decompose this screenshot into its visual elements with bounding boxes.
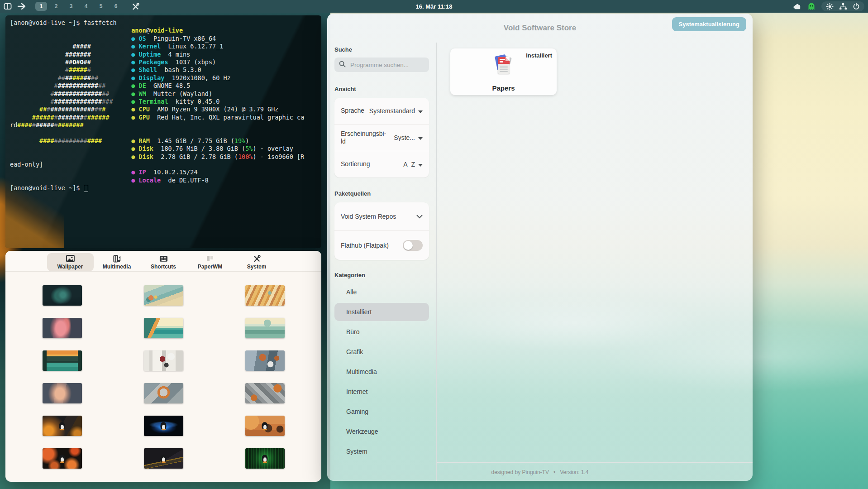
view-row-sprache[interactable]: SpracheSystemstandard xyxy=(334,98,429,125)
wallpaper-thumb-orange-diamond-square[interactable] xyxy=(144,383,183,403)
wallpaper-thumb-green-hills-tree[interactable] xyxy=(245,318,285,338)
workspace-2[interactable]: 2 xyxy=(50,2,62,11)
clock[interactable]: 16. Mär 11:18 xyxy=(416,3,453,10)
top-bar: 123456 16. Mär 11:18 xyxy=(0,0,868,13)
category-item-multimedia[interactable]: Multimedia xyxy=(334,363,429,381)
chevron-down-icon xyxy=(416,213,423,220)
footer-separator: • xyxy=(553,469,555,475)
workspace-3[interactable]: 3 xyxy=(65,2,77,11)
wallpaper-thumb-golden-petals[interactable] xyxy=(245,285,285,306)
wallpaper-thumb-cube-mosaic[interactable] xyxy=(245,383,285,403)
paperwm-icon xyxy=(206,255,214,263)
category-item-installiert[interactable]: Installiert xyxy=(334,303,429,321)
wallpaper-thumb-penguin-orange-swirl[interactable] xyxy=(43,416,82,436)
search-heading: Suche xyxy=(334,46,429,53)
workspace-6[interactable]: 6 xyxy=(110,2,122,11)
footer-credit: designed by Pinguin-TV xyxy=(491,469,549,475)
wallpaper-thumb-slate-orange-squares[interactable] xyxy=(245,350,285,371)
view-row-label: Sprache xyxy=(341,107,364,115)
search-input[interactable] xyxy=(349,61,424,69)
wallpaper-thumb-penguin-gold-wave[interactable] xyxy=(144,448,183,469)
wallpaper-thumb-penguin-lava[interactable] xyxy=(43,448,82,469)
penguin-mascot xyxy=(59,422,65,430)
tools-icon[interactable] xyxy=(132,3,139,10)
wallpaper-thumb-forest-river-sunset[interactable] xyxy=(43,350,82,371)
repo-dropdown[interactable]: Void System Repos xyxy=(334,202,429,231)
top-bar-left: 123456 xyxy=(0,2,139,11)
tab-label: PaperWM xyxy=(198,264,223,270)
category-item-grafik[interactable]: Grafik xyxy=(334,343,429,361)
workspace-4[interactable]: 4 xyxy=(80,2,92,11)
view-row-label: Sortierung xyxy=(341,160,370,168)
view-row-sortierung[interactable]: SortierungA–Z xyxy=(334,151,429,177)
app-card-papers[interactable]: InstalliertPapers xyxy=(450,48,557,95)
wallpaper-grid xyxy=(5,272,321,469)
categories-heading: Kategorien xyxy=(334,272,429,278)
view-row-value: Syste... xyxy=(394,134,415,141)
wallpaper-thumb-teal-leaf-sculpture[interactable] xyxy=(43,285,82,306)
category-item-werkzeuge[interactable]: Werkzeuge xyxy=(334,422,429,441)
view-settings-card: SpracheSystemstandardErscheinungsbi- ldS… xyxy=(334,98,429,177)
caret-down-icon xyxy=(418,137,423,140)
store-main: InstalliertPapers xyxy=(437,43,753,481)
category-list: AlleInstalliertBüroGrafikMultimediaInter… xyxy=(334,283,429,460)
power-icon xyxy=(853,3,860,10)
view-row-value: Systemstandard xyxy=(369,107,415,115)
tab-multimedia[interactable]: Multimedia xyxy=(94,253,140,271)
wallpaper-thumb-penguin-matrix[interactable] xyxy=(245,448,285,469)
workspace-5[interactable]: 5 xyxy=(95,2,107,11)
wallpaper-thumb-palm-village[interactable] xyxy=(144,285,183,306)
arrow-right-icon[interactable] xyxy=(17,3,26,10)
toggle-knob xyxy=(404,241,413,250)
wallpaper-thumb-peach-mist-abstract[interactable] xyxy=(43,383,82,403)
wallpaper-thumb-teal-coast[interactable] xyxy=(144,318,183,338)
keyboard-icon xyxy=(159,255,168,263)
quick-settings[interactable] xyxy=(821,1,864,11)
top-bar-right xyxy=(793,1,864,11)
tab-label: Multimedia xyxy=(103,264,131,270)
puzzle-icon[interactable] xyxy=(793,3,801,10)
flathub-toggle[interactable] xyxy=(403,240,423,251)
ghost-icon[interactable] xyxy=(808,2,815,10)
category-item-büro[interactable]: Büro xyxy=(334,323,429,341)
wallpaper-thumb-penguin-blue-wings[interactable] xyxy=(144,416,183,436)
image-icon xyxy=(66,255,75,263)
tab-system[interactable]: System xyxy=(234,253,280,271)
store-sidebar: Suche Ansicht SpracheSystemstandardErsch… xyxy=(327,43,437,481)
view-row-label: Erscheinungsbi- ld xyxy=(341,130,386,146)
penguin-mascot xyxy=(262,422,268,430)
view-row-erscheinungsbi[interactable]: Erscheinungsbi- ldSyste... xyxy=(334,125,429,151)
tab-wallpaper[interactable]: Wallpaper xyxy=(47,253,94,271)
search-box[interactable] xyxy=(334,58,429,72)
footer-divider xyxy=(437,462,753,463)
penguin-mascot xyxy=(262,455,268,462)
tab-paperwm[interactable]: PaperWM xyxy=(187,253,234,271)
terminal-output: [anon@void-live ~]$ fastfetch anon@void-… xyxy=(5,15,321,196)
film-icon xyxy=(113,255,121,263)
category-item-system[interactable]: System xyxy=(334,442,429,460)
penguin-mascot xyxy=(59,455,65,462)
category-item-internet[interactable]: Internet xyxy=(334,383,429,401)
wallpaper-thumb-white-collage[interactable] xyxy=(144,350,183,371)
split-view-icon[interactable] xyxy=(4,3,12,10)
terminal-window[interactable]: [anon@void-live ~]$ fastfetch anon@void-… xyxy=(5,15,321,248)
store-footer: designed by Pinguin-TV • Version: 1.4 xyxy=(327,469,753,475)
wallpaper-thumb-penguin-terracotta-arch[interactable] xyxy=(245,416,285,436)
tab-label: Wallpaper xyxy=(57,264,83,270)
settings-tabs: WallpaperMultimediaShortcutsPaperWMSyste… xyxy=(5,251,321,272)
flathub-row: Flathub (Flatpak) xyxy=(334,231,429,260)
tab-label: System xyxy=(247,264,267,270)
caret-down-icon xyxy=(418,110,423,113)
tab-shortcuts[interactable]: Shortcuts xyxy=(140,253,187,271)
workspace-1[interactable]: 1 xyxy=(35,2,47,11)
brightness-icon xyxy=(826,3,834,10)
installed-badge: Installiert xyxy=(526,52,552,59)
network-icon xyxy=(839,3,847,10)
view-heading: Ansicht xyxy=(334,86,429,92)
wallpaper-thumb-pink-mist-abstract[interactable] xyxy=(43,318,82,338)
system-update-button[interactable]: Systemaktualisierung xyxy=(672,17,746,31)
view-row-value: A–Z xyxy=(403,161,415,168)
repo-label: Void System Repos xyxy=(341,213,396,220)
category-item-gaming[interactable]: Gaming xyxy=(334,403,429,421)
category-item-alle[interactable]: Alle xyxy=(334,283,429,301)
